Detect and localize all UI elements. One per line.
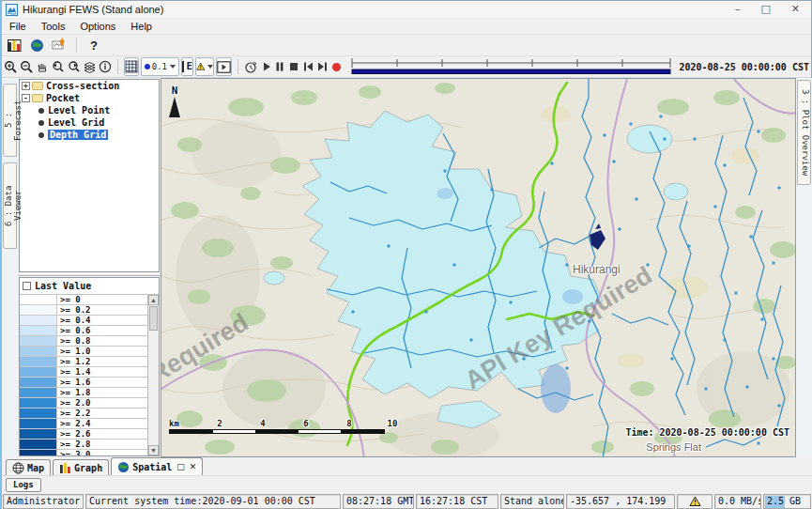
minimize-button[interactable]: –: [735, 1, 741, 18]
expand-icon[interactable]: +: [22, 82, 30, 90]
tab-spatial[interactable]: Spatial □ ✕: [111, 457, 203, 475]
tab-restore-button[interactable]: □: [176, 462, 185, 471]
zoom-out-button[interactable]: [20, 57, 34, 76]
thresholds-dropdown[interactable]: [195, 57, 214, 76]
legend-row[interactable]: >= 2.8: [20, 440, 147, 450]
bar-chart-icon: [59, 462, 71, 474]
legend-row[interactable]: >= 1.2: [20, 357, 147, 367]
status-warning[interactable]: [677, 494, 712, 509]
logs-button[interactable]: Logs: [6, 478, 41, 492]
zoom-next-button[interactable]: [67, 57, 81, 76]
tree-item-level-grid[interactable]: Level Grid: [20, 116, 159, 129]
map-viewport[interactable]: API Key Required API Key Required N Hiku…: [161, 78, 796, 457]
info-button[interactable]: [99, 57, 112, 76]
menu-help[interactable]: Help: [123, 18, 160, 35]
panel-splitter[interactable]: [18, 273, 161, 276]
help-button[interactable]: ?: [84, 36, 103, 54]
last-value-checkbox[interactable]: [23, 282, 31, 290]
legend-row[interactable]: >= 2.6: [20, 429, 147, 440]
legend-header: Last Value: [20, 278, 159, 294]
menu-tools[interactable]: Tools: [34, 18, 73, 35]
legend-scrollbar[interactable]: ▲ ▼: [147, 295, 159, 455]
legend-row[interactable]: >= 1.6: [20, 378, 147, 388]
legend-row[interactable]: >= 0.4: [20, 316, 147, 326]
legend-swatch: [20, 388, 57, 397]
scroll-down-icon[interactable]: ▼: [148, 445, 159, 455]
scroll-thumb[interactable]: [149, 306, 158, 331]
scale-tick: 10: [388, 419, 398, 428]
main-toolbar: ?: [2, 35, 811, 56]
movie-icon: [217, 61, 231, 73]
menu-file[interactable]: File: [2, 18, 34, 35]
record-button[interactable]: [330, 57, 343, 76]
tab-graph[interactable]: Graph: [53, 459, 109, 475]
legend-swatch: [20, 305, 57, 315]
classification-value: 0.1: [152, 62, 167, 71]
menu-options[interactable]: Options: [72, 18, 123, 35]
right-tab-strip: 3 : Plot Overview: [796, 78, 812, 457]
status-coordinates: -35.657 , 174.199: [566, 494, 675, 509]
step-last-button[interactable]: [316, 57, 329, 76]
zoom-previous-button[interactable]: [51, 57, 65, 76]
tree-item-pocket[interactable]: - Pocket: [20, 92, 159, 104]
legend-row[interactable]: >= 2.2: [20, 409, 147, 419]
zoom-previous-icon: [51, 60, 65, 74]
legend-value: >= 2.8: [57, 440, 147, 449]
zoom-next-icon: [67, 60, 81, 74]
class-dot-icon: [145, 64, 150, 69]
grid-display-button[interactable]: [124, 57, 139, 76]
tree-item-cross-section[interactable]: + Cross-section: [20, 80, 159, 92]
legend-row[interactable]: >= 2.0: [20, 398, 147, 409]
zoom-in-icon: [4, 60, 18, 74]
animation-button[interactable]: [216, 57, 232, 76]
legend-row[interactable]: >= 1.0: [20, 347, 147, 357]
legend-row[interactable]: >= 0.8: [20, 336, 147, 347]
longitudinal-profile-button[interactable]: E: [181, 57, 194, 76]
legend-value: >= 0.2: [57, 305, 147, 315]
layer-bullet-icon: [38, 132, 44, 138]
legend-value: >= 1.4: [57, 367, 147, 377]
tree-item-depth-grid[interactable]: Depth Grid: [20, 129, 159, 141]
legend-swatch: [20, 316, 57, 325]
pause-icon: [274, 61, 285, 72]
folder-icon: [32, 82, 43, 90]
close-button[interactable]: ✕: [791, 1, 800, 18]
play-button[interactable]: [260, 57, 272, 76]
data-explorer-button[interactable]: [5, 36, 23, 54]
step-first-button[interactable]: [302, 57, 314, 76]
legend-row[interactable]: >= 0: [20, 295, 147, 305]
layer-bullet-icon: [38, 108, 44, 114]
legend-row[interactable]: >= 1.8: [20, 388, 147, 398]
zoom-in-button[interactable]: [4, 57, 18, 76]
tab-map[interactable]: Map: [6, 459, 51, 475]
skip-forward-icon: [316, 61, 329, 72]
spatial-display-button[interactable]: [27, 36, 46, 54]
stop-button[interactable]: [288, 57, 300, 76]
app-window: Hikurangi FEWS (Stand alone) – □ ✕ File …: [0, 0, 812, 509]
plot-display-button[interactable]: [50, 36, 69, 54]
layers-button[interactable]: [83, 57, 97, 76]
tab-forecast[interactable]: 5 : Forecast: [3, 84, 17, 157]
left-tab-strip: 5 : Forecast 6 : Data Viewer: [2, 78, 18, 457]
tab-plot-overview[interactable]: 3 : Plot Overview: [797, 80, 811, 185]
legend-row[interactable]: >= 0.6: [20, 326, 147, 336]
legend-row[interactable]: >= 1.4: [20, 367, 147, 378]
north-arrow-icon: [169, 97, 180, 117]
tab-data-viewer[interactable]: 6 : Data Viewer: [3, 162, 17, 249]
legend-row[interactable]: >= 3.0: [20, 450, 147, 455]
scroll-up-icon[interactable]: ▲: [148, 295, 159, 305]
time-step-button[interactable]: [244, 57, 258, 76]
tree-item-level-point[interactable]: Level Point: [20, 104, 159, 116]
legend-row[interactable]: >= 2.4: [20, 419, 147, 429]
pause-button[interactable]: [274, 57, 286, 76]
profile-icon: E: [182, 61, 192, 72]
pan-button[interactable]: [36, 57, 49, 76]
collapse-icon[interactable]: -: [22, 94, 30, 102]
legend-row[interactable]: >= 0.2: [20, 305, 147, 316]
maximize-button[interactable]: □: [760, 1, 770, 18]
classification-dropdown[interactable]: 0.1: [141, 57, 179, 76]
legend-swatch: [20, 378, 57, 387]
timeline-slider[interactable]: [349, 57, 673, 76]
tab-close-button[interactable]: ✕: [190, 462, 197, 471]
scale-bar-segments: [169, 429, 385, 434]
